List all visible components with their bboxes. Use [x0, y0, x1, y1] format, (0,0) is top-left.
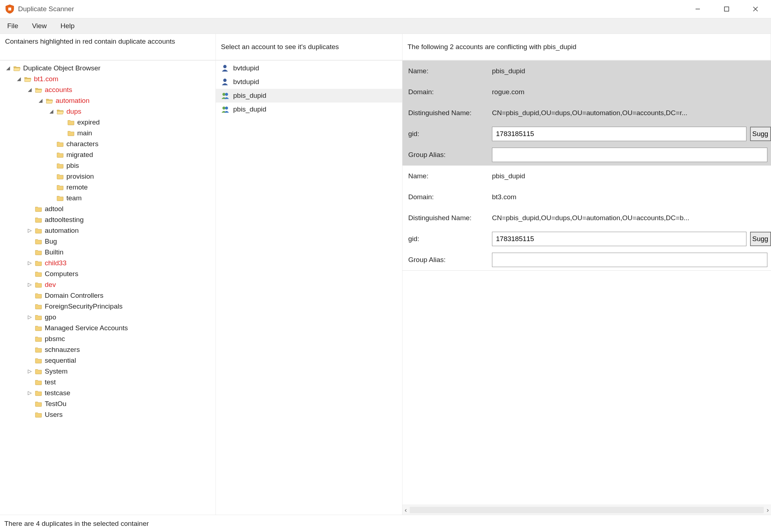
group_alias-input[interactable] [492, 148, 767, 162]
scroll-left-icon[interactable]: ‹ [405, 506, 407, 514]
tree-label: Domain Controllers [45, 290, 104, 301]
chevron-right-icon[interactable]: ▷ [27, 313, 32, 321]
suggest-button[interactable]: Sugg [750, 127, 771, 141]
folder-icon [35, 411, 43, 418]
svg-rect-3 [8, 8, 11, 10]
chevron-down-icon[interactable]: ◢ [48, 108, 54, 115]
tree-node-accounts[interactable]: ◢ accounts [27, 84, 215, 95]
field-row: Name:pbis_dupid [402, 61, 771, 82]
object-tree[interactable]: ◢ Duplicate Object Browser ◢ bt1.com [0, 61, 215, 420]
tree-node-system[interactable]: ▷System [27, 366, 215, 377]
gid-input[interactable] [492, 232, 746, 246]
account-list: bvtdupidbvtdupidpbis_dupidpbis_dupid [216, 61, 402, 117]
tree-node-pbis[interactable]: ▸pbis [48, 160, 215, 171]
field-value: pbis_dupid [492, 67, 771, 75]
chevron-right-icon[interactable]: ▷ [27, 227, 32, 235]
chevron-right-icon[interactable]: ▷ [27, 367, 32, 375]
tree-label: pbsmc [45, 333, 65, 344]
folder-icon [35, 206, 43, 212]
tree-node-sequential[interactable]: ▸sequential [27, 355, 215, 366]
tree-node-main[interactable]: ▸main [59, 128, 215, 139]
svg-rect-5 [724, 7, 729, 11]
field-row: Group Alias: [402, 249, 771, 270]
user-icon [221, 64, 230, 72]
account-row[interactable]: bvtdupid [216, 61, 402, 75]
tree-node-fsp[interactable]: ▸ForeignSecurityPrincipals [27, 301, 215, 312]
chevron-right-icon[interactable]: ▷ [27, 389, 32, 397]
tree-node-computers[interactable]: ▸Computers [27, 269, 215, 279]
tree-label: dups [66, 106, 81, 117]
tree-node-provision[interactable]: ▸provision [48, 171, 215, 182]
tree-node-testou[interactable]: ▸TestOu [27, 398, 215, 409]
folder-icon [35, 292, 43, 299]
chevron-down-icon[interactable]: ◢ [27, 86, 32, 94]
tree-node-bug[interactable]: ▸Bug [27, 236, 215, 247]
tree-node-users[interactable]: ▸Users [27, 409, 215, 420]
tree-label: Managed Service Accounts [45, 323, 128, 333]
tree-node-bt1[interactable]: ◢ bt1.com [16, 74, 215, 84]
account-row[interactable]: pbis_dupid [216, 89, 402, 103]
tree-label: Builtin [45, 247, 64, 257]
tree-node-builtin[interactable]: ▸Builtin [27, 247, 215, 258]
status-text: There are 4 duplicates in the selected c… [4, 520, 149, 528]
minimize-button[interactable] [689, 4, 706, 14]
tree-label: adtool [45, 204, 64, 214]
field-row: gid:Sugg [402, 228, 771, 249]
tree-node-automation[interactable]: ▷automation [27, 225, 215, 236]
tree-node-test[interactable]: ▸test [27, 377, 215, 388]
tree-node-expired[interactable]: ▸expired [59, 117, 215, 128]
tree-node-adtool[interactable]: ▸adtool [27, 204, 215, 214]
menu-help[interactable]: Help [58, 21, 77, 31]
horizontal-scrollbar[interactable]: ‹ › [402, 505, 771, 515]
scroll-track[interactable] [410, 507, 763, 513]
field-value: CN=pbis_dupid,OU=dups,OU=automation,OU=a… [492, 109, 771, 117]
chevron-right-icon[interactable]: ▷ [27, 259, 32, 267]
tree-root[interactable]: ◢ Duplicate Object Browser [5, 63, 215, 74]
tree-node-adtooltesting[interactable]: ▸adtooltesting [27, 214, 215, 225]
tree-node-remote[interactable]: ▸remote [48, 182, 215, 193]
tree-node-dev[interactable]: ▷dev [27, 279, 215, 290]
chevron-down-icon[interactable]: ◢ [16, 75, 22, 83]
tree-node-schnauzers[interactable]: ▸schnauzers [27, 344, 215, 355]
tree-node-child33[interactable]: ▷child33 [27, 258, 215, 269]
field-label: gid: [402, 235, 492, 243]
tree-node-pbsmc[interactable]: ▸pbsmc [27, 333, 215, 344]
tree-node-domain-controllers[interactable]: ▸Domain Controllers [27, 290, 215, 301]
tree-node-characters[interactable]: ▸characters [48, 139, 215, 149]
tree-node-dups[interactable]: ◢ dups [48, 106, 215, 117]
group_alias-input[interactable] [492, 253, 767, 267]
maximize-button[interactable] [718, 4, 735, 14]
account-label: bvtdupid [233, 78, 259, 86]
folder-icon [35, 325, 43, 331]
conflict-card: Name:pbis_dupidDomain:rogue.comDistingui… [402, 61, 771, 166]
title-bar: Duplicate Scanner [0, 0, 771, 18]
field-label: Domain: [402, 88, 492, 96]
folder-icon [35, 249, 43, 256]
field-label: Name: [402, 172, 492, 180]
tree-node-migrated[interactable]: ▸migrated [48, 149, 215, 160]
chevron-down-icon[interactable]: ◢ [5, 64, 11, 72]
tree-label: bt1.com [34, 74, 58, 84]
tree-node-testcase[interactable]: ▷testcase [27, 388, 215, 398]
tree-node-msa[interactable]: ▸Managed Service Accounts [27, 323, 215, 333]
suggest-button[interactable]: Sugg [750, 232, 771, 246]
scroll-right-icon[interactable]: › [767, 506, 769, 514]
tree-node-automation-hl[interactable]: ◢ automation [38, 95, 215, 106]
menu-file[interactable]: File [5, 21, 21, 31]
chevron-right-icon[interactable]: ▷ [27, 281, 32, 289]
folder-icon [67, 119, 75, 126]
chevron-down-icon[interactable]: ◢ [38, 97, 43, 105]
close-button[interactable] [747, 4, 764, 14]
status-bar: There are 4 duplicates in the selected c… [0, 515, 771, 532]
field-label: Group Alias: [402, 151, 492, 159]
account-row[interactable]: pbis_dupid [216, 103, 402, 116]
account-row[interactable]: bvtdupid [216, 75, 402, 89]
tree-node-gpo[interactable]: ▷gpo [27, 312, 215, 323]
app-icon [5, 4, 14, 14]
tree-label: expired [77, 117, 100, 127]
folder-icon [35, 260, 43, 266]
gid-input[interactable] [492, 127, 746, 141]
menu-view[interactable]: View [30, 21, 49, 31]
window-title: Duplicate Scanner [18, 5, 74, 13]
tree-node-team[interactable]: ▸team [48, 193, 215, 204]
